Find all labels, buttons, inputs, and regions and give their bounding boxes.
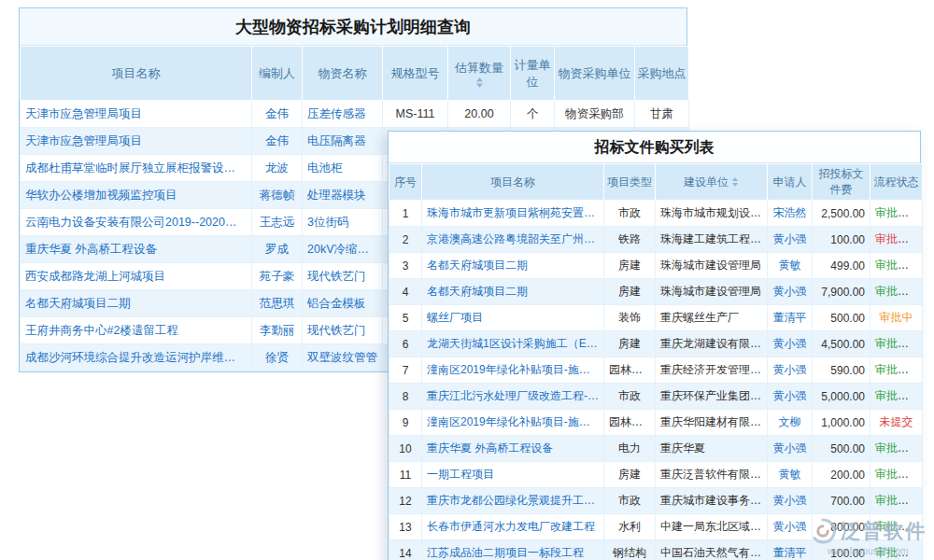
table-row[interactable]: 10 重庆华夏 外高桥工程设备 电力 重庆华夏 黄小强 500.00 审批通过 bbox=[389, 436, 923, 462]
cell-applicant[interactable]: 黄小强 bbox=[768, 488, 813, 514]
cell-project-name[interactable]: 王府井商务中心#2楼遗留工程 bbox=[21, 317, 252, 344]
bid-table: 序号 项目名称 项目类型 建设单位 申请人 招投标文件费 流程状态 bbox=[389, 163, 923, 560]
cell-index: 10 bbox=[389, 436, 422, 462]
column-label: 项目名称 bbox=[112, 66, 161, 80]
cell-material-name[interactable]: 现代铁艺门 bbox=[303, 317, 383, 344]
bid-header-row: 序号 项目名称 项目类型 建设单位 申请人 招投标文件费 流程状态 bbox=[389, 164, 923, 201]
cell-applicant[interactable]: 黄小强 bbox=[768, 514, 813, 540]
cell-project-name[interactable]: 龙湖天街城1区设计采购施工（EPC）... bbox=[422, 331, 604, 357]
status-text: 审批不通过 bbox=[875, 232, 923, 245]
cell-applicant[interactable]: 董清平 bbox=[768, 540, 813, 560]
cell-compiler[interactable]: 王志远 bbox=[252, 209, 303, 236]
cell-applicant[interactable]: 黄小强 bbox=[768, 436, 813, 462]
table-row[interactable]: 13 长春市伊通河水力发电厂改建工程 水利 中建一局东北区域公司 黄小强 800… bbox=[389, 514, 923, 540]
column-label: 项目类型 bbox=[607, 175, 652, 189]
status-text: 审批通过 bbox=[875, 520, 920, 533]
cell-applicant[interactable]: 宋浩然 bbox=[768, 201, 813, 227]
cell-flow-status: 审批通过 bbox=[870, 331, 923, 357]
cell-project-name[interactable]: 天津市应急管理局项目 bbox=[21, 101, 252, 128]
cell-compiler[interactable]: 罗成 bbox=[252, 236, 303, 263]
cell-applicant[interactable]: 董清平 bbox=[768, 305, 813, 331]
cell-material-name[interactable]: 现代铁艺门 bbox=[303, 263, 383, 290]
cell-material-name[interactable]: 电池柜 bbox=[303, 155, 383, 182]
cell-applicant[interactable]: 黄敏 bbox=[768, 462, 813, 488]
cell-project-name[interactable]: 重庆华夏 外高桥工程设备 bbox=[21, 236, 252, 263]
cell-project-name[interactable]: 珠海市城市更新项目紫桐苑安置点设计... bbox=[422, 201, 604, 227]
cell-project-name[interactable]: 西安成都路龙湖上河城项目 bbox=[21, 263, 252, 290]
column-label: 项目名称 bbox=[490, 175, 535, 189]
cell-applicant[interactable]: 黄小强 bbox=[768, 331, 813, 357]
table-row[interactable]: 6 龙湖天街城1区设计采购施工（EPC）... 房建 重庆龙湖建设有限公司 黄小… bbox=[389, 331, 923, 357]
cell-project-name[interactable]: 潼南区2019年绿化补贴项目-施工2标段 bbox=[422, 357, 604, 384]
cell-project-name[interactable]: 一期工程项目 bbox=[422, 462, 604, 488]
table-row[interactable]: 12 重庆市龙都公园绿化景观提升工程施工 市政 重庆城市建设事务服务... 黄小… bbox=[389, 488, 923, 514]
cell-material-name[interactable]: 3位街码 bbox=[303, 209, 383, 236]
cell-estimated-qty: 20.00 bbox=[448, 101, 511, 128]
table-row[interactable]: 4 名都天府城项目二期 房建 珠海城市建设管理局 黄小强 7,900.00 审批… bbox=[389, 279, 923, 305]
plan-column-estimated-qty[interactable]: 估算数量 bbox=[448, 47, 511, 101]
cell-project-name[interactable]: 成都沙河环境综合提升改造运河护岸维修改 bbox=[21, 344, 252, 371]
table-row[interactable]: 天津市应急管理局项目 金伟 压差传感器 MS-111 20.00 个 物资采购部… bbox=[21, 101, 689, 128]
cell-project-name[interactable]: 名都天府城项目二期 bbox=[21, 290, 252, 317]
cell-flow-status: 审批通过 bbox=[870, 279, 923, 305]
table-row[interactable]: 1 珠海市城市更新项目紫桐苑安置点设计... 市政 珠海市城市规划设计院 宋浩然… bbox=[389, 201, 923, 227]
cell-index: 8 bbox=[389, 384, 422, 410]
cell-project-name[interactable]: 长春市伊通河水力发电厂改建工程 bbox=[422, 514, 604, 540]
sort-icon[interactable] bbox=[731, 177, 739, 187]
table-row[interactable]: 9 潼南区2019年绿化补贴项目-施工2标段 园林景观 重庆华阳建材有限公司 文… bbox=[389, 410, 923, 436]
cell-material-name[interactable]: 20kV冷缩中间 bbox=[303, 236, 383, 263]
cell-applicant[interactable]: 黄小强 bbox=[768, 279, 813, 305]
cell-material-name[interactable]: 电压隔离器 bbox=[303, 128, 383, 155]
cell-project-name[interactable]: 云南电力设备安装有限公司2019--2020年度 bbox=[21, 209, 252, 236]
cell-doc-fee: 5,000.00 bbox=[813, 384, 870, 410]
cell-project-name[interactable]: 名都天府城项目二期 bbox=[422, 253, 604, 279]
table-row[interactable]: 8 重庆江北污水处理厂级改造工程-道路修... 市政 重庆环保产业集团有限...… bbox=[389, 384, 923, 410]
cell-project-name[interactable]: 潼南区2019年绿化补贴项目-施工2标段 bbox=[422, 410, 604, 436]
cell-project-name[interactable]: 重庆华夏 外高桥工程设备 bbox=[422, 436, 604, 462]
bid-column-construction-unit[interactable]: 建设单位 bbox=[656, 164, 768, 201]
table-row[interactable]: 11 一期工程项目 房建 重庆泛普软件有限公司 黄敏 200.00 审批通过 bbox=[389, 462, 923, 488]
table-row[interactable]: 3 名都天府城项目二期 房建 珠海城市建设管理局 黄敏 499.00 审批通过 bbox=[389, 253, 923, 279]
cell-project-name[interactable]: 成都杜甫草堂临时展厅独立展柜报警设备安 bbox=[21, 155, 252, 182]
cell-applicant[interactable]: 黄敏 bbox=[768, 253, 813, 279]
cell-material-name[interactable]: 压差传感器 bbox=[303, 101, 383, 128]
cell-applicant[interactable]: 黄小强 bbox=[768, 357, 813, 384]
column-label: 编制人 bbox=[259, 66, 295, 80]
cell-index: 14 bbox=[389, 540, 422, 560]
cell-compiler[interactable]: 范思琪 bbox=[252, 290, 303, 317]
cell-compiler[interactable]: 金伟 bbox=[252, 101, 303, 128]
cell-project-type: 钢结构 bbox=[604, 540, 656, 560]
cell-compiler[interactable]: 李勤丽 bbox=[252, 317, 303, 344]
cell-applicant[interactable]: 黄小强 bbox=[768, 384, 813, 410]
cell-index: 7 bbox=[389, 357, 422, 384]
cell-project-name[interactable]: 江苏成品油二期项目一标段工程 bbox=[422, 540, 604, 560]
table-row[interactable]: 7 潼南区2019年绿化补贴项目-施工2标段 园林景观 重庆经济开发管理委员会 … bbox=[389, 357, 923, 384]
cell-compiler[interactable]: 徐贤 bbox=[252, 344, 303, 371]
table-row[interactable]: 14 江苏成品油二期项目一标段工程 钢结构 中国石油天然气有限公司 董清平 10… bbox=[389, 540, 923, 560]
cell-flow-status: 审批通过 bbox=[870, 488, 923, 514]
cell-applicant[interactable]: 文柳 bbox=[768, 410, 813, 436]
cell-compiler[interactable]: 龙波 bbox=[252, 155, 303, 182]
cell-index: 6 bbox=[389, 331, 422, 357]
cell-compiler[interactable]: 蒋德帧 bbox=[252, 182, 303, 209]
cell-compiler[interactable]: 苑子豪 bbox=[252, 263, 303, 290]
cell-applicant[interactable]: 黄小强 bbox=[768, 227, 813, 253]
cell-project-name[interactable]: 名都天府城项目二期 bbox=[422, 279, 604, 305]
cell-material-name[interactable]: 双壁波纹管管 bbox=[303, 344, 383, 371]
cell-project-name[interactable]: 华软办公楼增加视频监控项目 bbox=[21, 182, 252, 209]
cell-project-name[interactable]: 重庆江北污水处理厂级改造工程-道路修... bbox=[422, 384, 604, 410]
sort-icon[interactable] bbox=[475, 77, 484, 88]
bid-column-applicant: 申请人 bbox=[768, 164, 813, 201]
cell-compiler[interactable]: 金伟 bbox=[252, 128, 303, 155]
cell-material-name[interactable]: 铝合金模板 bbox=[303, 290, 383, 317]
cell-project-name[interactable]: 天津市应急管理局项目 bbox=[21, 128, 252, 155]
table-row[interactable]: 5 螺丝厂项目 装饰 重庆螺丝生产厂 董清平 500.00 审批中 bbox=[389, 305, 923, 331]
bid-column-project-name: 项目名称 bbox=[422, 164, 604, 201]
table-row[interactable]: 2 京港澳高速公路粤境韶关至广州互通路... 铁路 珠海建工建筑工程有限... … bbox=[389, 227, 923, 253]
cell-project-name[interactable]: 京港澳高速公路粤境韶关至广州互通路... bbox=[422, 227, 604, 253]
cell-project-name[interactable]: 螺丝厂项目 bbox=[422, 305, 604, 331]
column-label: 序号 bbox=[394, 175, 417, 189]
cell-material-name[interactable]: 处理器模块 bbox=[303, 182, 383, 209]
cell-project-name[interactable]: 重庆市龙都公园绿化景观提升工程施工 bbox=[422, 488, 604, 514]
cell-project-type: 房建 bbox=[604, 331, 656, 357]
